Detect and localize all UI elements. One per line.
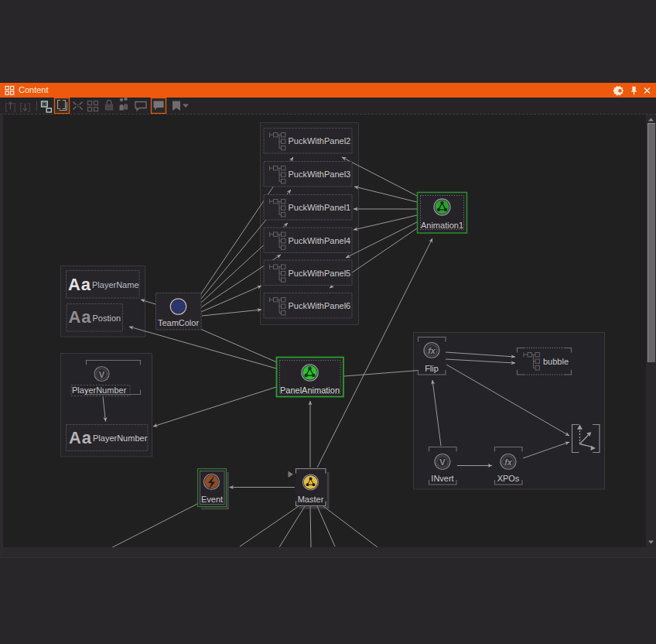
svg-text:fx: fx (428, 346, 436, 355)
svg-text:Event: Event (201, 495, 223, 504)
svg-text:PuckWithPanel4: PuckWithPanel4 (289, 236, 351, 245)
svg-text:Aa: Aa (68, 275, 91, 294)
svg-text:Flip: Flip (425, 364, 439, 373)
svg-text:PuckWithPanel5: PuckWithPanel5 (289, 269, 351, 278)
svg-text:Animation1: Animation1 (421, 221, 463, 230)
svg-text:PuckWithPanel6: PuckWithPanel6 (289, 301, 351, 310)
svg-text:V: V (439, 457, 446, 467)
svg-text:PlayerNumber: PlayerNumber (93, 433, 148, 443)
svg-text:V: V (99, 370, 105, 379)
svg-text:TeamColor: TeamColor (158, 318, 200, 327)
svg-text:PuckWithPanel3: PuckWithPanel3 (289, 170, 351, 179)
svg-text:fx: fx (504, 457, 512, 467)
svg-text:Postion: Postion (93, 313, 121, 323)
svg-text:Aa: Aa (69, 307, 92, 327)
svg-text:Aa: Aa (69, 428, 92, 447)
svg-text:XPOs: XPOs (497, 474, 520, 483)
svg-text:PuckWithPanel2: PuckWithPanel2 (289, 136, 351, 146)
svg-text:PlayerNumber: PlayerNumber (72, 385, 127, 395)
svg-text:bubble: bubble (543, 357, 569, 366)
svg-text:Master: Master (298, 495, 324, 504)
svg-text:PuckWithPanel1: PuckWithPanel1 (289, 203, 351, 212)
svg-text:INvert: INvert (431, 474, 453, 483)
svg-text:PanelAnimation: PanelAnimation (280, 385, 340, 395)
svg-text:PlayerName: PlayerName (92, 280, 139, 289)
